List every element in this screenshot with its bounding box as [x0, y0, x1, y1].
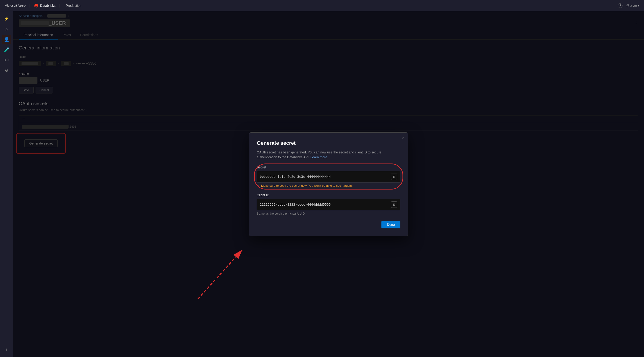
- databricks-icon: [34, 3, 38, 8]
- content-area: Service principals › › _USER ⋮ Principal…: [13, 11, 644, 357]
- svg-line-0: [198, 250, 242, 299]
- databricks-logo: Databricks: [34, 3, 56, 8]
- secret-input-row: bbbbbbbb-1c1c-2d2d-3e3e-444444444444 ⧉: [257, 171, 400, 182]
- warning-message: Make sure to copy the secret now. You wo…: [261, 184, 353, 187]
- sidebar-item-delta[interactable]: △: [2, 24, 11, 34]
- sidebar: ⚡ △ 👤 🧪 🏷 ⚙ ↑: [0, 11, 13, 357]
- modal-close-button[interactable]: ×: [402, 136, 404, 141]
- warning-icon: ⚠: [257, 184, 260, 188]
- sidebar-item-marketplace[interactable]: 🏷: [2, 55, 11, 65]
- sidebar-item-workflows[interactable]: ⚡: [2, 14, 11, 24]
- client-id-hint: Same as the service principal UUID: [257, 212, 400, 215]
- modal-description: OAuth secret has been generated. You can…: [257, 150, 400, 160]
- secret-label: Secret: [257, 165, 400, 169]
- brand: Microsoft Azure | Databricks | Productio…: [5, 3, 82, 8]
- copy-client-id-button[interactable]: ⧉: [391, 201, 397, 208]
- copy-secret-button[interactable]: ⧉: [391, 174, 397, 180]
- databricks-label: Databricks: [40, 4, 56, 8]
- generate-secret-modal: × Generate secret OAuth secret has been …: [249, 132, 408, 236]
- sidebar-item-identity[interactable]: 👤: [2, 35, 11, 44]
- secret-field-wrapper: Secret bbbbbbbb-1c1c-2d2d-3e3e-444444444…: [257, 165, 400, 188]
- topbar: Microsoft Azure | Databricks | Productio…: [0, 0, 644, 11]
- modal-title: Generate secret: [257, 140, 400, 146]
- sidebar-item-export[interactable]: ↑: [2, 345, 11, 354]
- sidebar-bottom: ↑: [2, 345, 11, 354]
- sidebar-item-settings[interactable]: ⚙: [2, 66, 11, 75]
- modal-footer: Done: [257, 221, 400, 228]
- sidebar-item-experiments[interactable]: 🧪: [2, 45, 11, 54]
- modal-backdrop[interactable]: × Generate secret OAuth secret has been …: [13, 11, 644, 357]
- secret-warning: ⚠ Make sure to copy the secret now. You …: [257, 184, 400, 188]
- secret-value: bbbbbbbb-1c1c-2d2d-3e3e-444444444444: [260, 175, 389, 179]
- learn-more-link[interactable]: Learn more: [310, 155, 328, 159]
- client-id-value: 11112222-bbbb-3333-cccc-4444dddd5555: [260, 203, 389, 206]
- done-button[interactable]: Done: [382, 221, 400, 228]
- user-email[interactable]: @ .com ▾: [626, 4, 639, 7]
- workspace-label: Production: [66, 4, 82, 8]
- help-button[interactable]: ?: [618, 3, 622, 8]
- dashed-arrow-annotation: [174, 226, 254, 301]
- client-id-input-row: 11112222-bbbb-3333-cccc-4444dddd5555 ⧉: [257, 199, 400, 210]
- client-id-label: Client ID: [257, 193, 400, 197]
- azure-label: Microsoft Azure: [5, 4, 26, 7]
- topbar-right: ? @ .com ▾: [618, 3, 639, 8]
